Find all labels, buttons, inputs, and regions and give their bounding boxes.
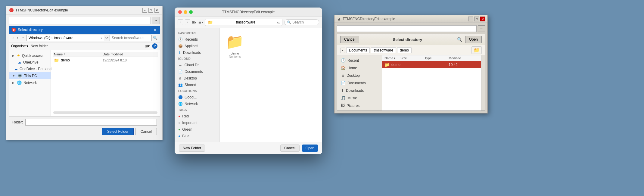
window1-breadcrumb-dropdown[interactable]: ▾ <box>101 36 102 40</box>
table-row[interactable]: 📁 demo 19/11/2024 8:18 <box>53 57 158 64</box>
sidebar-item-googledrive[interactable]: 🔵 Googl... <box>175 94 219 101</box>
window1-search-input[interactable] <box>110 35 152 41</box>
window3-breadcrumb-back-btn[interactable]: ‹ <box>340 48 345 53</box>
window1-outer-maximize-btn[interactable]: □ <box>148 8 153 13</box>
window3-search-btn[interactable]: 🔍 <box>456 36 463 42</box>
window3-breadcrumb-documents[interactable]: Documents <box>346 47 370 53</box>
gtk-col-size[interactable]: Size <box>400 56 425 60</box>
window2-path-label: tmssoftware <box>236 20 256 24</box>
window3-outer-close-btn[interactable]: ✕ <box>480 17 485 21</box>
window1-outer-navigate-btn[interactable]: → <box>152 17 160 24</box>
window3-file-area: Name ▾ Size Type Modified <box>382 55 481 110</box>
gtk-sidebar-item-documents[interactable]: 📄 Documents <box>337 79 382 87</box>
window3-new-folder-btn[interactable]: 📁 <box>471 46 482 54</box>
window3-breadcrumb-tmssoftware[interactable]: tmssoftware <box>371 47 396 53</box>
sidebar-item-shared[interactable]: 👥 Shared <box>175 82 219 88</box>
window1-search-area: 🔍 <box>110 35 157 41</box>
gtk-col-type[interactable]: Type <box>425 56 449 60</box>
window2-close-btn[interactable] <box>178 10 182 14</box>
window1-forward-btn[interactable]: › <box>16 35 20 41</box>
table-row[interactable]: 📁 demo 10:42 <box>382 61 481 68</box>
window1-horizontal-scrollbar[interactable] <box>53 111 157 114</box>
sidebar-item-icloud-drive[interactable]: ☁ iCloud Dri... <box>175 62 219 68</box>
window1-outer-titlebar: D TTMSFNCDirectoryEdit example − □ ✕ <box>6 6 162 14</box>
window2-forward-btn[interactable]: › <box>185 19 190 25</box>
gtk-sidebar-item-home[interactable]: 🏠 Home <box>337 64 382 72</box>
window1-back-btn[interactable]: ‹ <box>11 35 15 41</box>
gtk-downloads-icon: ⬇ <box>341 88 344 93</box>
window3-breadcrumb-demo[interactable]: demo <box>397 47 412 53</box>
window2-open-btn[interactable]: Open <box>302 145 318 152</box>
window1-inner-close-btn[interactable]: ✕ <box>153 27 157 32</box>
window2-new-folder-btn[interactable]: New Folder <box>179 145 205 152</box>
sidebar-item-network[interactable]: 🌐 Network <box>175 101 219 107</box>
gtk-sidebar-item-music[interactable]: 🎵 Music <box>337 94 382 102</box>
window2-maximize-btn[interactable] <box>189 10 193 14</box>
window3-outer-address-input[interactable] <box>337 25 477 32</box>
window1-outer-title: TTMSFNCDirectoryEdit example <box>15 8 68 12</box>
sidebar-item-recents[interactable]: 🕐 Recents <box>175 36 219 43</box>
window2-path-dropdown[interactable]: 📁 tmssoftware ▾▴ <box>205 19 282 26</box>
window3-open-btn[interactable]: Open <box>465 36 482 43</box>
sidebar-item-tag-blue[interactable]: ● Blue <box>175 133 219 139</box>
sidebar-item-thispc[interactable]: ▼ 💻 This PC <box>9 72 51 79</box>
window2-search-input[interactable] <box>292 20 316 24</box>
window2-list-view-btn[interactable]: ☰▾ <box>198 20 203 24</box>
window1-view-toggle-btn[interactable]: ⊞▾ <box>145 44 150 48</box>
gtk-sidebar-item-downloads[interactable]: ⬇ Downloads <box>337 87 382 94</box>
window2-icon-view-btn[interactable]: ⊞▾ <box>192 20 197 24</box>
window1-col-name[interactable]: Name ∧ <box>54 52 103 56</box>
window1-bottom: Folder: Select Folder Cancel <box>9 116 160 138</box>
window1-cancel-btn[interactable]: Cancel <box>135 128 157 135</box>
gtk-recent-label: Recent <box>347 58 359 63</box>
window1-outer-close-btn[interactable]: ✕ <box>154 8 159 13</box>
gtk-recent-icon: 🕐 <box>341 58 346 63</box>
sidebar-item-icloud-documents[interactable]: 📄 Documents <box>175 68 219 75</box>
window1-inner-titlebar: D Select directory ✕ <box>9 26 160 34</box>
gtk-col-modified[interactable]: Modified <box>449 56 479 60</box>
window1-help-btn[interactable]: ? <box>152 43 157 49</box>
window3-cancel-btn[interactable]: Cancel <box>340 36 359 43</box>
sidebar-item-onedrive-personal[interactable]: ☁ OneDrive - Personal <box>9 66 51 72</box>
window3-outer-address-bar: → <box>337 25 485 32</box>
window1-file-panel: Name ∧ Date modified 📁 demo <box>51 50 160 116</box>
gtk-file-modified-cell: 10:42 <box>449 63 479 67</box>
gtk-sidebar-item-recent[interactable]: 🕐 Recent <box>337 57 382 64</box>
sidebar-item-tag-green[interactable]: ● Green <box>175 126 219 133</box>
quickaccess-label: Quick access <box>22 54 43 58</box>
window1-new-folder-btn[interactable]: New folder <box>31 44 48 48</box>
gtk-sidebar-item-pictures[interactable]: 🖼 Pictures <box>337 102 382 109</box>
sidebar-item-quickaccess[interactable]: ▶ ★ Quick access <box>9 52 51 59</box>
sidebar-item-downloads[interactable]: ⬇ Downloads <box>175 49 219 56</box>
mac-folder-demo[interactable]: 📁 demo No items <box>223 31 247 61</box>
window2-bottom-right: Cancel Open <box>280 145 318 152</box>
window1-refresh-btn[interactable]: ⟳ <box>105 36 108 40</box>
window1-select-folder-btn[interactable]: Select Folder <box>102 128 134 135</box>
window1-outer-address-input[interactable] <box>9 17 151 24</box>
window1-organise-btn[interactable]: Organise ▾ <box>11 44 28 48</box>
window3-outer-maximize-btn[interactable]: □ <box>474 17 479 21</box>
window1-col-date[interactable]: Date modified <box>103 52 157 56</box>
window3-dialog-title: Select directory <box>361 37 454 42</box>
gtk-col-name[interactable]: Name ▾ <box>384 56 400 60</box>
googledrive-label: Googl... <box>185 95 197 99</box>
window3-outer-minimize-btn[interactable]: − <box>468 17 473 21</box>
sidebar-item-network[interactable]: ▶ 🌐 Network <box>9 79 51 86</box>
window1-up-btn[interactable]: ↑ <box>21 35 25 41</box>
window3-outer-navigate-btn[interactable]: → <box>478 25 485 32</box>
sidebar-item-onedrive[interactable]: ☁ OneDrive <box>9 59 51 66</box>
sidebar-item-tag-important[interactable]: ○ Important <box>175 120 219 126</box>
thispc-expand-icon: ▼ <box>12 74 15 77</box>
window1-outer-minimize-btn[interactable]: − <box>142 8 147 13</box>
sidebar-item-desktop[interactable]: 🖥 Desktop <box>175 75 219 82</box>
window2-cancel-btn[interactable]: Cancel <box>280 145 299 152</box>
window3-scrollbar[interactable] <box>481 55 485 110</box>
window1-folder-input[interactable] <box>25 119 157 126</box>
window1-breadcrumb[interactable]: Windows (C:) › tmssoftware ▾ <box>26 35 104 41</box>
sidebar-item-tag-red[interactable]: ● Red <box>175 113 219 120</box>
tag-red-icon: ● <box>178 114 180 118</box>
gtk-sidebar-item-desktop[interactable]: 🖥 Desktop <box>337 72 382 79</box>
sidebar-item-applications[interactable]: 📦 Applicati... <box>175 43 219 49</box>
window2-back-btn[interactable]: ‹ <box>178 19 183 25</box>
window2-minimize-btn[interactable] <box>184 10 187 14</box>
